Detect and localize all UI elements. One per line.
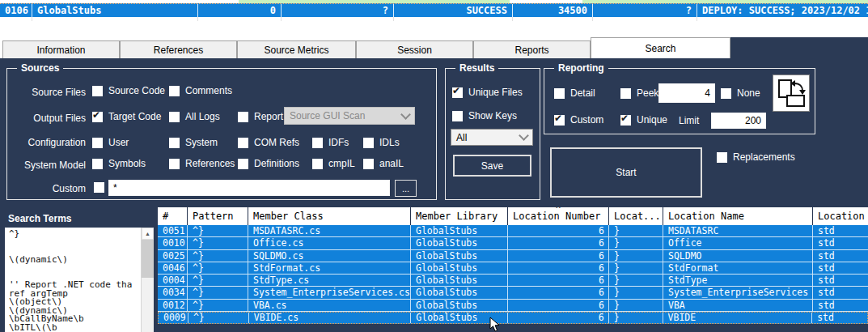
checkbox-comments[interactable]: Comments	[169, 85, 232, 96]
column-header-num[interactable]: #	[158, 207, 188, 225]
table-row[interactable]: 0012 ^} VBA.cs GlobalStubs 6 } VBA std	[158, 300, 868, 312]
column-header-member-library[interactable]: Member Library	[411, 207, 508, 225]
column-header-pattern[interactable]: Pattern	[188, 207, 248, 225]
checkbox-unique-report[interactable]: Unique	[620, 114, 667, 126]
cell-member-class: StdType.cs	[248, 275, 411, 286]
checkbox-all-logs[interactable]: All Logs	[169, 111, 220, 122]
checkbox-idfs[interactable]: IDFs	[312, 137, 349, 148]
table-row[interactable]: 0051 ^} MSDATASRC.cs GlobalStubs 6 } MSD…	[158, 225, 868, 237]
row-label-source-files: Source Files	[7, 87, 86, 98]
checkbox-box	[94, 182, 104, 193]
cell-member-library: GlobalStubs	[411, 262, 508, 274]
cell-pattern: ^}	[188, 237, 248, 249]
table-row[interactable]: 0004 ^} StdType.cs GlobalStubs 6 } StdTy…	[158, 275, 868, 287]
tab-reports[interactable]: Reports	[473, 40, 591, 58]
table-header-row: # Pattern Member Class Member Library Lo…	[158, 207, 868, 225]
cell-member-library: GlobalStubs	[411, 300, 508, 311]
cell-location: std	[813, 237, 868, 249]
checkbox-box	[554, 88, 565, 99]
cell-locat: }	[609, 313, 663, 323]
cell-locat: }	[609, 225, 663, 236]
cell-member-library: GlobalStubs	[411, 275, 508, 286]
tab-label: Reports	[514, 45, 548, 56]
cell-pattern: ^}	[188, 313, 249, 323]
cell-location-name: Office	[663, 237, 813, 249]
cell-location: std	[813, 300, 868, 311]
cell-member-class: SQLDMO.cs	[248, 250, 411, 262]
cell-location: std	[813, 262, 868, 274]
checkbox-box	[169, 159, 180, 169]
mouse-cursor	[489, 317, 501, 332]
checkbox-none[interactable]: None	[721, 87, 760, 99]
cell-locat: }	[609, 287, 663, 298]
table-row[interactable]: 0010 ^} Office.cs GlobalStubs 6 } Office…	[158, 237, 868, 249]
column-header-locat[interactable]: Locat...	[609, 207, 663, 225]
cell-location-name: VBIDE	[663, 313, 813, 323]
checkbox-symbols[interactable]: Symbols	[92, 158, 146, 169]
column-header-location[interactable]: Location	[813, 207, 868, 225]
checkbox-report[interactable]: Report	[238, 111, 283, 122]
table-row[interactable]: 0046 ^} StdFormat.cs GlobalStubs 6 } Std…	[158, 262, 868, 275]
checkbox-box	[92, 159, 103, 169]
results-filter-combobox[interactable]: All	[451, 129, 533, 146]
search-terms-listbox[interactable]: ^} \(dynamic\) '' Report .NET code tha r…	[5, 228, 154, 332]
report-scan-combobox[interactable]: Source GUI Scan	[284, 107, 415, 125]
tab-references[interactable]: References	[120, 40, 237, 58]
row-label-system-model: System Model	[7, 160, 86, 171]
table-row[interactable]: 0025 ^} SQLDMO.cs GlobalStubs 6 } SQLDMO…	[158, 250, 868, 262]
checkbox-source-code[interactable]: Source Code	[92, 85, 165, 96]
status-grid-row[interactable]: 0106 GlobalStubs 0 ? SUCCESS 34500 ? DEP…	[0, 3, 868, 17]
cell-num: 0012	[158, 300, 188, 311]
checkbox-box	[238, 138, 248, 148]
checkbox-cmpil[interactable]: cmpIL	[312, 158, 355, 169]
checkbox-idls[interactable]: IDLs	[363, 137, 400, 148]
status-cell-unknown1: ?	[282, 4, 394, 17]
tab-session[interactable]: Session	[356, 40, 473, 58]
status-cell-id: 0106	[0, 4, 32, 17]
checkbox-references[interactable]: References	[169, 158, 235, 169]
checkbox-definitions[interactable]: Definitions	[238, 158, 299, 169]
column-header-location-name[interactable]: Location Name	[663, 207, 813, 225]
rotate-layout-button[interactable]	[773, 74, 810, 112]
checkbox-unique-files[interactable]: Unique Files	[452, 87, 523, 98]
column-header-location-number[interactable]: Location Number ^	[508, 207, 609, 225]
tab-information[interactable]: Information	[2, 40, 120, 58]
checkbox-peek[interactable]: Peek	[620, 87, 658, 99]
checkbox-anail[interactable]: anaIL	[363, 158, 404, 169]
checkbox-box	[554, 115, 565, 126]
checkbox-label: None	[737, 87, 760, 99]
checkbox-show-keys[interactable]: Show Keys	[452, 110, 517, 121]
checkbox-target-code[interactable]: Target Code	[92, 111, 161, 122]
checkbox-label: Symbols	[108, 158, 146, 169]
peek-count-input[interactable]: 4	[658, 83, 715, 103]
reporting-legend: Reporting	[554, 62, 608, 74]
cell-num: 0004	[158, 275, 188, 286]
table-row-focused[interactable]: 0009 ^} VBIDE.cs GlobalStubs 6 } VBIDE s…	[158, 312, 868, 324]
cell-num: 0025	[158, 250, 188, 262]
tab-source-metrics[interactable]: Source Metrics	[237, 40, 356, 58]
column-header-member-class[interactable]: Member Class	[248, 207, 411, 225]
checkbox-custom-source[interactable]	[94, 182, 104, 193]
scroll-up-icon[interactable]: ▲	[142, 228, 154, 240]
checkbox-detail[interactable]: Detail	[554, 87, 595, 99]
browse-button[interactable]: ...	[395, 180, 417, 197]
cell-pattern: ^}	[188, 300, 248, 311]
cell-location-name: System_EnterpriseServices	[663, 287, 813, 298]
cell-member-library: GlobalStubs	[411, 225, 508, 236]
custom-pattern-input[interactable]: *	[108, 180, 390, 196]
tab-search[interactable]: Search	[591, 37, 730, 58]
vertical-scrollbar[interactable]: ▲	[141, 228, 154, 332]
checkbox-custom-report[interactable]: Custom	[554, 114, 603, 126]
checkbox-system[interactable]: System	[169, 137, 218, 148]
search-terms-text[interactable]: ^} \(dynamic\) '' Report .NET code tha r…	[5, 228, 141, 332]
save-button[interactable]: Save	[453, 155, 531, 177]
checkbox-com-refs[interactable]: COM Refs	[238, 137, 299, 148]
chevron-down-icon	[519, 130, 529, 141]
limit-input[interactable]: 200	[711, 113, 766, 129]
checkbox-box	[92, 138, 103, 148]
checkbox-replacements[interactable]: Replacements	[717, 151, 795, 163]
table-row[interactable]: 0034 ^} System_EnterpriseServices.cs Glo…	[158, 287, 868, 299]
scrollbar-thumb[interactable]	[142, 240, 154, 278]
checkbox-user[interactable]: User	[92, 137, 129, 148]
start-button[interactable]: Start	[550, 147, 702, 198]
